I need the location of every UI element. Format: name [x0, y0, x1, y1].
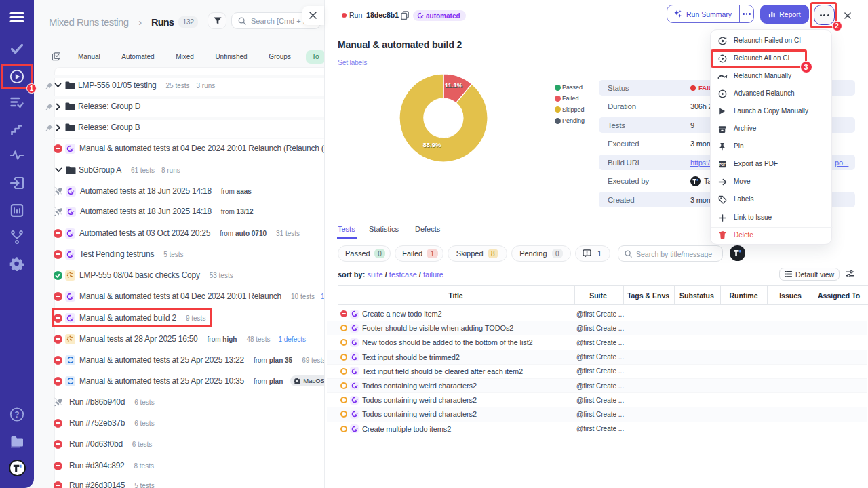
svg-text:11.1%: 11.1%: [445, 81, 463, 89]
svg-text:?: ?: [14, 410, 19, 420]
svg-text:PDF: PDF: [719, 163, 725, 167]
svg-text:88.9%: 88.9%: [423, 141, 441, 148]
